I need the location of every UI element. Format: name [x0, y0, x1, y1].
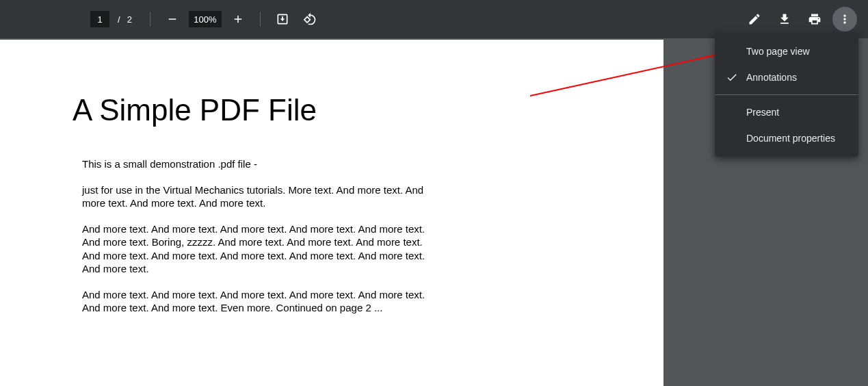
minus-icon [166, 13, 179, 25]
menu-item-label: Two page view [746, 46, 810, 57]
rotate-button[interactable] [298, 7, 322, 31]
print-button[interactable] [802, 7, 827, 31]
more-options-menu: Two page view Annotations Present Docume… [715, 33, 858, 157]
page-paragraph: And more text. And more text. And more t… [73, 288, 442, 315]
toolbar-right [742, 7, 857, 31]
menu-item-two-page-view[interactable]: Two page view [715, 38, 858, 64]
rotate-icon [303, 12, 317, 26]
menu-item-present[interactable]: Present [715, 99, 858, 125]
page-paragraph: This is a small demonstration .pdf file … [73, 157, 442, 171]
page-paragraph: And more text. And more text. And more t… [73, 222, 442, 276]
zoom-out-button[interactable] [160, 7, 185, 31]
more-vert-icon [838, 12, 852, 26]
plus-icon [232, 13, 244, 25]
page-number-input[interactable] [90, 11, 109, 27]
pdf-page: A Simple PDF File This is a small demons… [0, 40, 663, 386]
download-button[interactable] [772, 7, 797, 31]
menu-item-label: Document properties [746, 133, 835, 144]
menu-item-document-properties[interactable]: Document properties [715, 125, 858, 151]
menu-item-label: Annotations [746, 72, 797, 83]
menu-item-annotations[interactable]: Annotations [715, 64, 858, 90]
check-icon [726, 71, 746, 83]
pencil-icon [748, 12, 761, 26]
edit-button[interactable] [742, 7, 767, 31]
toolbar-divider [260, 12, 261, 26]
fit-to-page-button[interactable] [270, 7, 295, 31]
zoom-in-button[interactable] [226, 7, 250, 31]
page-paragraph: just for use in the Virtual Mechanics tu… [73, 183, 442, 210]
page-title: A Simple PDF File [73, 93, 591, 127]
page-separator: / [118, 14, 120, 25]
menu-divider [715, 94, 858, 95]
toolbar-left: / 2 [90, 7, 322, 31]
more-options-button[interactable] [832, 7, 857, 31]
page-total: 2 [127, 14, 132, 25]
fit-page-icon [276, 12, 289, 26]
menu-item-label: Present [746, 107, 779, 118]
download-icon [778, 12, 791, 26]
toolbar-divider [150, 12, 150, 26]
print-icon [808, 12, 821, 26]
zoom-level-input[interactable] [189, 11, 222, 27]
